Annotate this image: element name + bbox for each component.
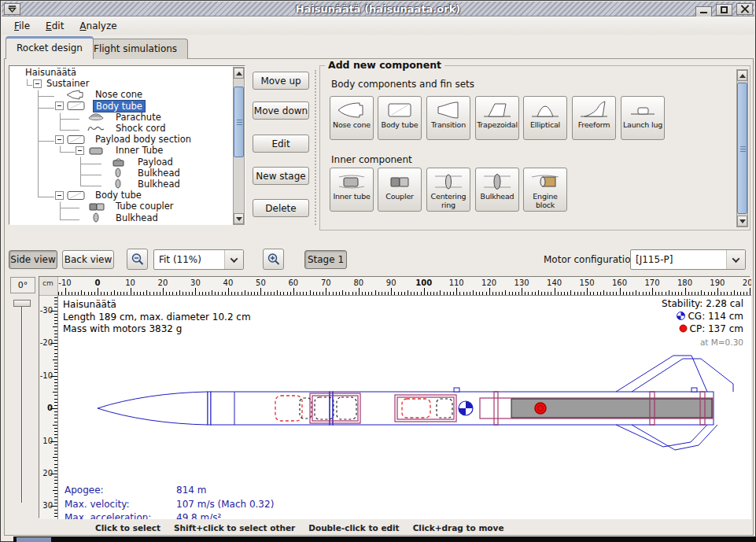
rocket-info: Haisunäätä Length 189 cm, max. diameter … bbox=[63, 299, 251, 336]
bulkhead-icon bbox=[109, 168, 132, 178]
component-button-label: Centering ring bbox=[427, 193, 470, 209]
component-button-centering-ring[interactable]: Centering ring bbox=[426, 168, 470, 212]
tree-item-label: Bulkhead bbox=[135, 179, 183, 190]
apogee-value: 814 m bbox=[176, 485, 274, 497]
tree-item-bulkhead-9[interactable]: Bulkhead bbox=[10, 168, 233, 179]
zoom-level-combo[interactable]: Fit (11%) bbox=[153, 249, 244, 270]
tree-item-payload-8[interactable]: Payload bbox=[10, 157, 233, 168]
tab-flight-simulations[interactable]: Flight simulations bbox=[83, 39, 188, 59]
tree-expander-icon[interactable] bbox=[55, 191, 64, 200]
tree-item-label: Bulkhead bbox=[113, 212, 160, 223]
tree-item-body-tube-3[interactable]: Body tube bbox=[10, 101, 233, 112]
zoom-out-button[interactable] bbox=[127, 249, 148, 270]
menu-edit[interactable]: Edit bbox=[38, 19, 72, 33]
tree-item-shock-cord-5[interactable]: Shock cord bbox=[10, 123, 233, 134]
tree-item-label: Shock cord bbox=[113, 123, 168, 134]
tree-scroll-up-button[interactable] bbox=[234, 68, 244, 79]
rocket-mass: Mass with motors 3832 g bbox=[63, 323, 251, 336]
combo-dropdown-button[interactable] bbox=[224, 250, 243, 269]
tree-item-parachute-4[interactable]: Parachute bbox=[10, 112, 233, 123]
move-down-button[interactable]: Move down bbox=[253, 101, 309, 120]
component-button-label: Transition bbox=[431, 121, 466, 130]
side-view-button[interactable]: Side view bbox=[9, 250, 57, 269]
vertical-separator bbox=[315, 70, 316, 225]
tree-item-nose-cone-2[interactable]: Nose cone bbox=[10, 89, 233, 100]
component-button-engine-block[interactable]: Engine block bbox=[523, 168, 567, 212]
component-button-inner-tube[interactable]: Inner tube bbox=[330, 168, 374, 212]
parachute-icon bbox=[87, 112, 110, 122]
tree-expander-icon[interactable] bbox=[55, 101, 64, 110]
tree-scrollbar[interactable] bbox=[233, 67, 245, 225]
component-scrollbar[interactable] bbox=[736, 69, 748, 227]
tree-item-bulkhead-10[interactable]: Bulkhead bbox=[10, 179, 233, 190]
tree-item-label: Haisunäätä bbox=[23, 67, 79, 78]
tree-item-inner-tube-7[interactable]: Inner Tube bbox=[10, 145, 233, 156]
new-stage-button[interactable]: New stage bbox=[253, 167, 309, 185]
title-bar[interactable]: Haisunäätä (haisunaata.ork) bbox=[2, 2, 754, 17]
launch-lug-icon bbox=[626, 99, 659, 121]
component-button-freeform[interactable]: Freeform bbox=[572, 96, 616, 140]
tree-expander-icon[interactable] bbox=[33, 79, 42, 88]
maximize-button[interactable] bbox=[716, 4, 732, 16]
body-tube-icon bbox=[383, 99, 416, 121]
move-up-button[interactable]: Move up bbox=[253, 72, 309, 90]
transition-icon bbox=[432, 99, 465, 121]
component-button-label: Freeform bbox=[578, 121, 610, 130]
zoom-in-button[interactable] bbox=[263, 249, 284, 270]
rocket-canvas[interactable]: Haisunäätä Length 189 cm, max. diameter … bbox=[58, 296, 751, 519]
component-button-nose-cone[interactable]: Nose cone bbox=[330, 96, 374, 140]
tree-item-sustainer-1[interactable]: Sustainer bbox=[10, 78, 233, 89]
arrow-down-icon bbox=[739, 219, 746, 223]
taskbar-strip bbox=[13, 536, 756, 542]
tree-item-haisun-t-0[interactable]: Haisunäätä bbox=[10, 67, 233, 78]
component-button-body-tube[interactable]: Body tube bbox=[378, 96, 422, 140]
combo-dropdown-button[interactable] bbox=[726, 250, 745, 269]
max-velocity-value: 107 m/s (Mach 0.32) bbox=[176, 499, 274, 511]
window-controls bbox=[695, 2, 753, 17]
tree-item-bulkhead-13[interactable]: Bulkhead bbox=[10, 212, 233, 223]
max-velocity-label: Max. velocity: bbox=[65, 499, 175, 511]
tree-item-tube-coupler-12[interactable]: Tube coupler bbox=[10, 201, 233, 212]
inner-tube-icon bbox=[335, 171, 368, 193]
close-button[interactable] bbox=[736, 3, 753, 15]
stage-1-toggle[interactable]: Stage 1 bbox=[304, 250, 347, 269]
arrow-down-icon bbox=[236, 217, 242, 221]
delete-button[interactable]: Delete bbox=[253, 199, 309, 217]
component-button-elliptical[interactable]: Elliptical bbox=[523, 96, 567, 140]
app-window: Haisunäätä (haisunaata.ork) FileEditAnal… bbox=[0, 0, 756, 542]
nose-cone-icon bbox=[335, 99, 368, 121]
flight-info: Apogee:814 m Max. velocity:107 m/s (Mach… bbox=[63, 483, 275, 519]
tree-expander-icon[interactable] bbox=[76, 146, 84, 155]
tree-expander-icon[interactable] bbox=[55, 135, 64, 144]
component-button-bulkhead[interactable]: Bulkhead bbox=[475, 168, 519, 212]
max-acceleration-value: 49.8 m/s² bbox=[176, 512, 274, 519]
component-button-label: Body tube bbox=[382, 121, 419, 130]
add-component-title: Add new component bbox=[325, 59, 444, 71]
status-bar: Click to select Shift+click to select ot… bbox=[1, 521, 750, 535]
motor-configuration-combo[interactable]: [J115-P] bbox=[630, 249, 746, 270]
menu-analyze[interactable]: Analyze bbox=[72, 19, 124, 33]
bodytube-icon bbox=[66, 101, 90, 111]
back-view-button[interactable]: Back view bbox=[62, 250, 114, 269]
component-tree[interactable]: HaisunäätäSustainerNose coneBody tubePar… bbox=[9, 65, 245, 225]
component-button-trapezoidal[interactable]: Trapezoidal bbox=[475, 96, 519, 140]
component-button-launch-lug[interactable]: Launch lug bbox=[621, 96, 665, 140]
component-scrollbar-thumb[interactable] bbox=[737, 83, 747, 214]
component-button-transition[interactable]: Transition bbox=[426, 96, 470, 140]
rotation-slider-track[interactable] bbox=[21, 303, 23, 503]
elliptical-icon bbox=[529, 99, 562, 121]
edit-button[interactable]: Edit bbox=[253, 135, 309, 153]
tree-scrollbar-thumb[interactable] bbox=[234, 87, 244, 157]
component-button-label: Trapezoidal bbox=[477, 121, 518, 130]
tree-scroll-down-button[interactable] bbox=[234, 213, 244, 224]
tree-item-payload-body-section-6[interactable]: Payload body section bbox=[10, 134, 233, 145]
tab-rocket-design[interactable]: Rocket design bbox=[6, 36, 94, 59]
centering-ring-icon bbox=[432, 171, 465, 193]
rotation-slider-handle[interactable] bbox=[13, 300, 31, 307]
component-scroll-up-button[interactable] bbox=[737, 70, 747, 81]
menu-file[interactable]: File bbox=[6, 19, 38, 33]
tree-item-label: Body tube bbox=[93, 190, 144, 201]
tree-item-body-tube-11[interactable]: Body tube bbox=[10, 190, 233, 201]
component-button-coupler[interactable]: Coupler bbox=[378, 168, 422, 212]
component-scroll-down-button[interactable] bbox=[737, 216, 747, 227]
